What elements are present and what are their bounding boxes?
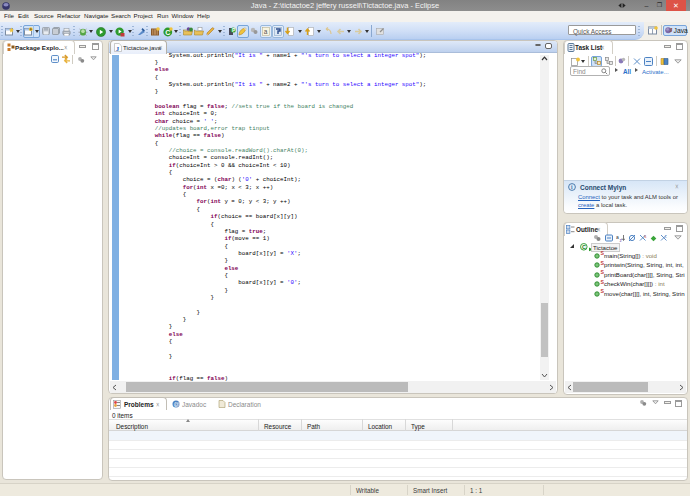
svg-text:J: J: [670, 27, 673, 33]
svg-text:J: J: [116, 44, 120, 51]
svg-text:a: a: [264, 28, 268, 35]
svg-text:C: C: [582, 244, 586, 250]
svg-text:i: i: [571, 184, 573, 190]
svg-text:@: @: [174, 401, 180, 407]
svg-text:L: L: [665, 235, 667, 239]
svg-text:S: S: [644, 235, 647, 239]
